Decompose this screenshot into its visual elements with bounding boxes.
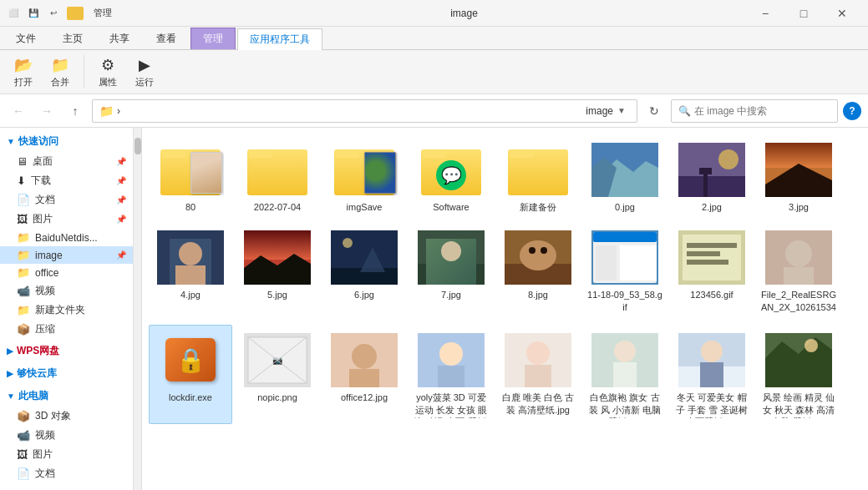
file-item-7jpg[interactable]: 7.jpg [409,222,493,321]
tab-file[interactable]: 文件 [3,28,48,49]
ribbon-properties-btn[interactable]: ⚙ 属性 [91,52,124,93]
search-input[interactable] [694,105,830,117]
file-name-80: 80 [185,201,195,213]
img-bailu [505,333,571,387]
file-item-yoly[interactable]: yoly菠菜 3D 可爱 运动 长发 女孩 眼镜 动漫 桌面 壁纸.jpg [409,325,493,424]
sidebar-item-zip[interactable]: 📦 压缩 [0,320,133,339]
tab-manage[interactable]: 管理 [190,28,236,49]
file-name-6jpg: 6.jpg [354,289,374,301]
file-item-winter[interactable]: 冬天 可爱美女 帽子 手套 雪 圣诞树 桌面壁纸.jpg [670,325,754,424]
wps-header[interactable]: ▶ WPS网盘 [0,341,133,361]
undo-icon[interactable]: ↩ [47,7,60,20]
thispc-section: ▼ 此电脑 📦 3D 对象 📹 视频 🖼 图片 📄 文档 [0,386,133,483]
svg-rect-35 [596,245,617,280]
address-dropdown-icon[interactable]: ▼ [613,106,630,115]
file-item-4jpg[interactable]: 4.jpg [149,222,232,321]
file-thumb-7jpg [418,228,485,286]
file-name-software: Software [433,201,469,213]
sidebar-item-newfolder[interactable]: 📁 新建文件夹 [0,301,133,320]
scrollbar-thumb[interactable] [135,138,141,154]
address-box[interactable]: 📁 › image ▼ [92,99,637,123]
sidebar-item-pictures2[interactable]: 🖼 图片 [0,445,133,464]
up-button[interactable]: ↑ [63,99,87,123]
jiangkuai-header[interactable]: ▶ 够快云库 [0,363,133,384]
file-item-bailu[interactable]: 白鹿 唯美 白色 古装 高清壁纸.jpg [496,325,580,424]
tab-apptool[interactable]: 应用程序工具 [237,28,322,50]
jiangkuai-arrow: ▶ [7,369,13,378]
file-item-qipao[interactable]: 白色旗袍 旗女 古装 风 小清新 电脑壁纸.jpg [583,325,667,424]
sidebar-item-pictures2-label: 图片 [33,447,53,462]
svg-rect-44 [784,267,814,285]
file-item-backup[interactable]: 新建备份 [496,134,580,219]
window-controls[interactable]: − □ ✕ [746,0,861,27]
file-item-lockdir[interactable]: 🔒 lockdir.exe [149,325,232,424]
img-gif2 [678,230,745,285]
back-button[interactable]: ← [7,99,30,123]
file-item-fairy[interactable]: 风景 绘画 精灵 仙女 秋天 森林 高清 电脑 壁纸.jpg [757,325,840,424]
file-item-imgsave[interactable]: imgSave [322,134,406,219]
jiangkuai-section: ▶ 够快云库 [0,363,133,384]
ribbon-merge-btn[interactable]: 📁 合并 [43,52,77,93]
file-name-qipao: 白色旗袍 旗女 古装 风 小清新 电脑壁纸.jpg [587,391,662,418]
file-item-2jpg[interactable]: 2.jpg [670,134,754,219]
video2-icon: 📹 [17,429,30,442]
tab-home[interactable]: 主页 [50,28,95,49]
close-button[interactable]: ✕ [823,0,861,27]
file-name-winter: 冬天 可爱美女 帽子 手套 雪 圣诞树 桌面壁纸.jpg [674,391,749,418]
save-icon[interactable]: 💾 [27,7,40,20]
img-fairy [765,333,832,387]
sidebar-item-pictures[interactable]: 🖼 图片 📌 [0,210,133,229]
pictures2-icon: 🖼 [17,448,28,461]
svg-rect-36 [620,245,657,280]
file-item-6jpg[interactable]: 6.jpg [322,222,406,321]
file-item-2022[interactable]: 2022-07-04 [236,134,319,219]
sidebar-item-3d[interactable]: 📦 3D 对象 [0,407,133,426]
file-name-0jpg: 0.jpg [615,201,635,213]
sidebar-item-video2[interactable]: 📹 视频 [0,426,133,445]
file-item-gif2[interactable]: 123456.gif [670,222,754,321]
thispc-header[interactable]: ▼ 此电脑 [0,386,133,407]
sidebar-item-docs[interactable]: 📄 文档 📌 [0,190,133,210]
img-2jpg [678,143,745,197]
file-thumb-2jpg [678,140,745,199]
sidebar-item-image[interactable]: 📁 image 📌 [0,246,133,264]
file-name-lockdir: lockdir.exe [169,391,212,403]
svg-rect-39 [687,243,737,248]
tab-share[interactable]: 共享 [97,28,142,49]
file-thumb-software: 💬 [418,140,485,199]
sidebar-item-desktop[interactable]: 🖥 桌面 📌 [0,152,133,171]
file-item-8jpg[interactable]: 8.jpg [496,222,580,321]
file-item-80[interactable]: 80 [149,134,232,219]
ribbon-open-btn[interactable]: 📂 打开 [7,52,40,93]
file-item-office12[interactable]: office12.jpg [322,325,406,424]
refresh-button[interactable]: ↻ [642,99,666,123]
search-box[interactable]: 🔍 [671,99,838,123]
file-item-nopic[interactable]: 📷 nopic.png [236,325,319,424]
file-item-software[interactable]: 💬 Software [409,134,493,219]
sidebar-scrollbar[interactable] [134,128,142,490]
ribbon-run-btn[interactable]: ▶ 运行 [128,52,161,93]
file-thumb-yoly [418,331,485,389]
file-thumb-nopic: 📷 [244,331,311,389]
forward-button[interactable]: → [35,99,58,123]
img-yoly [418,333,485,387]
maximize-button[interactable]: □ [784,0,823,27]
svg-point-60 [614,341,636,362]
ribbon-manage-tab[interactable]: 管理 [94,7,112,19]
file-item-0jpg[interactable]: 0.jpg [583,134,667,219]
sidebar-item-office[interactable]: 📁 office [0,264,133,281]
sidebar-item-docs2-label: 文档 [35,467,55,481]
file-item-5jpg[interactable]: 5.jpg [236,222,319,321]
file-item-3jpg[interactable]: 3.jpg [757,134,840,219]
sidebar-item-docs2[interactable]: 📄 文档 [0,464,133,483]
sidebar-item-baidu[interactable]: 📁 BaiduNetdis... [0,229,133,246]
file-item-esrgan[interactable]: File_2_RealESRGAN_2X_1026153435.png [757,222,840,321]
tab-view[interactable]: 查看 [144,28,189,49]
sidebar-item-download[interactable]: ⬇ 下载 📌 [0,171,133,190]
quick-access-header[interactable]: ▼ 快速访问 [0,131,133,152]
img-qipao [591,333,658,387]
sidebar-item-video[interactable]: 📹 视频 [0,281,133,301]
file-item-gif1[interactable]: 11-18-09_53_58.gif [583,222,667,321]
help-button[interactable]: ? [843,102,861,120]
minimize-button[interactable]: − [746,0,784,27]
